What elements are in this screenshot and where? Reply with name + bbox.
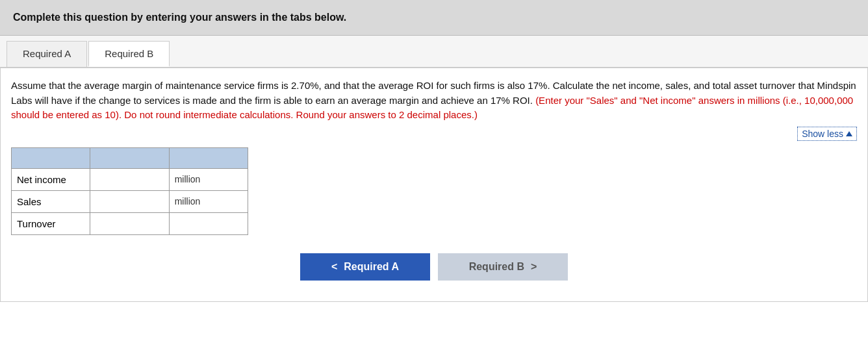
page-wrapper: Complete this question by entering your … <box>0 0 868 363</box>
turnover-unit <box>169 212 248 234</box>
sales-unit: million <box>169 190 248 212</box>
net-income-unit: million <box>169 168 248 190</box>
show-less-button[interactable]: Show less <box>797 127 857 141</box>
prev-symbol: < <box>331 261 337 273</box>
table-header-row <box>12 147 248 168</box>
description-text: Assume that the average margin of mainte… <box>11 79 857 123</box>
net-income-input-cell <box>90 168 169 190</box>
sales-input[interactable] <box>90 191 168 212</box>
turnover-input-cell <box>90 212 169 234</box>
data-table: Net income million Sales million Turnove… <box>11 147 248 235</box>
prev-label: Required A <box>344 261 399 273</box>
triangle-up-icon <box>846 131 852 136</box>
show-less-container: Show less <box>11 127 857 141</box>
content-area: Assume that the average margin of mainte… <box>0 68 868 302</box>
col-header-unit <box>169 147 248 168</box>
sales-input-cell <box>90 190 169 212</box>
col-header-value <box>90 147 169 168</box>
next-button[interactable]: Required B > <box>438 253 568 281</box>
table-row: Net income million <box>12 168 248 190</box>
net-income-input[interactable] <box>90 169 168 190</box>
bottom-nav: < Required A Required B > <box>11 253 857 294</box>
show-less-label: Show less <box>802 129 843 139</box>
next-symbol: > <box>531 261 537 273</box>
page-instruction: Complete this question by entering your … <box>13 12 346 23</box>
row-label-sales: Sales <box>12 190 90 212</box>
header-bar: Complete this question by entering your … <box>0 0 868 36</box>
col-header-label <box>12 147 90 168</box>
tab-required-a[interactable]: Required A <box>6 41 87 67</box>
next-label: Required B <box>469 261 524 273</box>
prev-button[interactable]: < Required A <box>300 253 430 281</box>
tab-required-b[interactable]: Required B <box>88 41 170 67</box>
tab-container: Required A Required B <box>0 36 868 68</box>
row-label-turnover: Turnover <box>12 212 90 234</box>
table-row: Turnover <box>12 212 248 234</box>
table-row: Sales million <box>12 190 248 212</box>
turnover-input[interactable] <box>90 213 168 234</box>
row-label-net-income: Net income <box>12 168 90 190</box>
